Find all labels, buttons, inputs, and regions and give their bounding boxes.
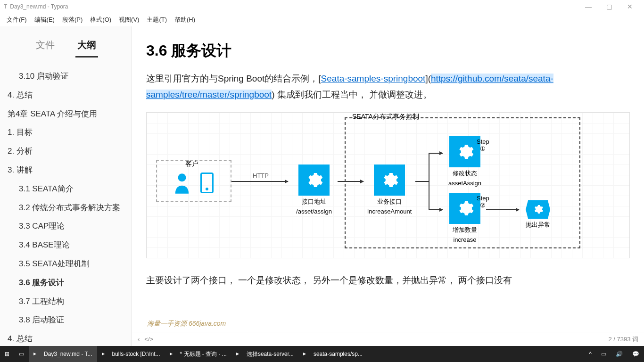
tray-up[interactable]: ^ xyxy=(584,346,596,362)
architecture-diagram: SEATA分布式事务控制 客户 HTTP 接口地址 /asset/assign … xyxy=(146,112,630,258)
throw-node: 抛出异常 xyxy=(521,200,554,229)
sidebar-tabs: 文件 大纲 xyxy=(0,26,132,58)
titlebar: T Day3_new.md - Typora — ▢ ✕ xyxy=(0,0,644,13)
paragraph-summary: 主要设计了两个接口， 一个是修改状态， 另外一个是修改数量，并抛出异常， 两个接… xyxy=(146,272,630,288)
outline-item[interactable]: 3.5 SEATA处理机制 xyxy=(6,255,126,273)
taskbar-item[interactable]: ▸* 无标题 - 查询 - ... xyxy=(165,346,231,362)
outline-item[interactable]: 2. 分析 xyxy=(6,142,126,161)
client-box: 客户 xyxy=(156,160,231,202)
phone-icon xyxy=(200,173,214,193)
nav-source[interactable]: </> xyxy=(144,336,153,343)
statusbar: ‹ </> 2 / 7393 词 xyxy=(132,332,644,346)
gear-icon xyxy=(449,136,480,167)
step2-node: Step ② 增加数量 increase xyxy=(444,193,486,243)
person-icon xyxy=(174,171,190,195)
editor-content[interactable]: 3.6 服务设计 这里引用官方的与Spring Boot的结合示例，[Seata… xyxy=(132,26,644,346)
window-title: Day3_new.md - Typora xyxy=(10,3,578,10)
outline-item[interactable]: 3.8 启动验证 xyxy=(6,311,126,329)
menu-view[interactable]: 视图(V) xyxy=(115,15,143,25)
outline-item[interactable]: 第4章 SEATA 介绍与使用 xyxy=(6,105,126,123)
biz-node: 业务接口 IncreaseAmount xyxy=(363,165,415,215)
http-label: HTTP xyxy=(253,172,269,179)
tab-file[interactable]: 文件 xyxy=(34,36,57,58)
app-icon: ▸ xyxy=(102,350,109,358)
arrow-http xyxy=(231,181,288,182)
link-sample[interactable]: Seata-samples-springboot xyxy=(321,74,426,83)
app-icon: ▸ xyxy=(33,350,41,358)
taskbar-item[interactable]: ▸seata-samples/sp... xyxy=(298,346,367,362)
outline-item[interactable]: 4. 总结 xyxy=(6,329,126,346)
app-icon: ▸ xyxy=(170,350,177,358)
gear-icon xyxy=(298,165,330,196)
outline-item[interactable]: 3.7 工程结构 xyxy=(6,292,126,311)
tab-outline[interactable]: 大纲 xyxy=(75,36,98,58)
nav-back[interactable]: ‹ xyxy=(138,336,140,343)
menu-edit[interactable]: 编辑(E) xyxy=(31,15,58,25)
sidebar: 文件 大纲 3.10 启动验证4. 总结第4章 SEATA 介绍与使用1. 目标… xyxy=(0,26,132,346)
svg-point-0 xyxy=(178,174,186,182)
maximize-button[interactable]: ▢ xyxy=(599,3,619,10)
menubar: 文件(F) 编辑(E) 段落(P) 格式(O) 视图(V) 主题(T) 帮助(H… xyxy=(0,13,644,26)
outline-list[interactable]: 3.10 启动验证4. 总结第4章 SEATA 介绍与使用1. 目标2. 分析3… xyxy=(0,58,132,346)
menu-help[interactable]: 帮助(H) xyxy=(171,15,199,25)
task-view[interactable]: ▭ xyxy=(14,346,29,362)
arrow xyxy=(338,181,363,182)
outline-item[interactable]: 3.3 CAP理论 xyxy=(6,217,126,236)
outline-item[interactable]: 3.1 SEATA简介 xyxy=(6,180,126,198)
gear-icon xyxy=(526,200,550,219)
taskbar-item[interactable]: ▸bulls-stock [D:\Int... xyxy=(97,346,165,362)
section-heading: 3.6 服务设计 xyxy=(146,41,630,61)
minimize-button[interactable]: — xyxy=(578,3,599,10)
main: 文件 大纲 3.10 启动验证4. 总结第4章 SEATA 介绍与使用1. 目标… xyxy=(0,26,644,346)
menu-theme[interactable]: 主题(T) xyxy=(143,15,171,25)
close-button[interactable]: ✕ xyxy=(619,3,640,10)
gear-icon xyxy=(449,193,480,224)
taskbar-item[interactable]: ▸选择seata-server... xyxy=(231,346,298,362)
tray-notif[interactable]: 💬 xyxy=(627,346,644,362)
step1-node: Step ① 修改状态 assetAssign xyxy=(444,136,486,187)
outline-item[interactable]: 3.6 服务设计 xyxy=(6,273,126,292)
start-button[interactable]: ⊞ xyxy=(0,346,14,362)
word-count[interactable]: 2 / 7393 词 xyxy=(608,335,638,344)
app-icon: ▸ xyxy=(236,350,244,358)
menu-file[interactable]: 文件(F) xyxy=(3,15,31,25)
taskbar: ⊞ ▭ ▸Day3_new.md - T...▸bulls-stock [D:\… xyxy=(0,346,644,362)
outline-item[interactable]: 3. 讲解 xyxy=(6,161,126,180)
endpoint-node: 接口地址 /asset/assign xyxy=(290,165,338,215)
seata-title: SEATA分布式事务控制 xyxy=(349,112,422,122)
app-icon: T xyxy=(4,3,7,10)
paragraph-intro: 这里引用官方的与Spring Boot的结合示例，[Seata-samples-… xyxy=(146,71,630,103)
gear-icon xyxy=(374,165,405,196)
tray-volume[interactable]: 🔊 xyxy=(611,346,627,362)
tray-ime[interactable]: ▭ xyxy=(596,346,611,362)
outline-item[interactable]: 3.10 启动验证 xyxy=(6,67,126,86)
menu-format[interactable]: 格式(O) xyxy=(86,15,115,25)
outline-item[interactable]: 4. 总结 xyxy=(6,86,126,105)
outline-item[interactable]: 3.4 BASE理论 xyxy=(6,236,126,255)
taskbar-item[interactable]: ▸Day3_new.md - T... xyxy=(29,346,97,362)
outline-item[interactable]: 3.2 传统分布式事务解决方案 xyxy=(6,198,126,217)
outline-item[interactable]: 1. 目标 xyxy=(6,123,126,142)
app-icon: ▸ xyxy=(303,350,311,358)
menu-paragraph[interactable]: 段落(P) xyxy=(58,15,86,25)
watermark: 海量一手资源 666java.com xyxy=(147,320,226,328)
